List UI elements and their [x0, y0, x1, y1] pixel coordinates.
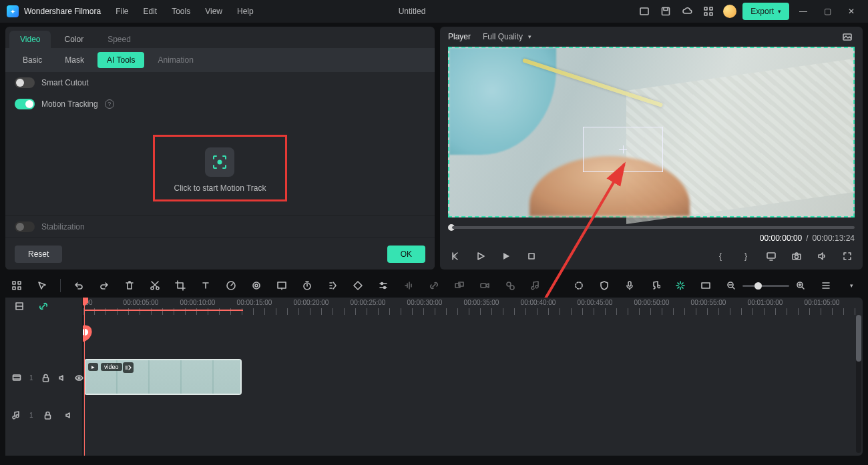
apps-icon[interactable] — [700, 3, 717, 20]
music-tool-icon[interactable] — [528, 278, 543, 293]
preview-viewport[interactable] — [448, 47, 855, 217]
save-icon[interactable] — [657, 3, 674, 20]
seek-bar[interactable] — [448, 221, 855, 234]
mute-icon[interactable] — [58, 370, 67, 385]
scroll-thumb[interactable] — [856, 315, 861, 362]
color-icon[interactable] — [249, 278, 264, 293]
lock-icon[interactable] — [41, 408, 55, 422]
timeline-ruler[interactable]: 00:0000:00:05:0000:00:10:0000:00:15:0000… — [83, 298, 863, 315]
reset-button[interactable]: Reset — [15, 246, 62, 263]
menu-file[interactable]: File — [116, 7, 128, 16]
stabilization-toggle[interactable] — [15, 221, 35, 232]
mute-icon[interactable] — [62, 408, 75, 422]
tab-mask[interactable]: Mask — [55, 52, 93, 68]
redo-icon[interactable] — [97, 278, 112, 293]
player-panel: Player Full Quality ▾ 00:00:00: — [440, 27, 863, 270]
smart-cutout-toggle[interactable] — [15, 77, 35, 88]
cut-icon[interactable] — [148, 278, 162, 293]
player-tab[interactable]: Player — [448, 32, 471, 41]
seek-track[interactable] — [452, 226, 855, 229]
motion-tracker-box[interactable] — [583, 127, 663, 172]
group-icon[interactable] — [452, 278, 467, 293]
link-icon[interactable] — [427, 278, 441, 293]
tab-color[interactable]: Color — [53, 31, 94, 48]
list-icon[interactable] — [819, 278, 833, 293]
tab-video[interactable]: Video — [9, 31, 51, 48]
layout-icon[interactable] — [636, 3, 653, 20]
play-button[interactable] — [473, 249, 488, 264]
svg-rect-4 — [704, 13, 707, 15]
adjust-icon[interactable] — [376, 278, 391, 293]
screen-icon[interactable] — [274, 278, 289, 293]
music-icon[interactable] — [648, 278, 662, 293]
snapshot-icon[interactable] — [840, 29, 855, 44]
svg-rect-29 — [481, 284, 486, 288]
video-track-header: 1 — [5, 359, 82, 396]
export-label: Export — [750, 7, 774, 16]
audio-tool-icon[interactable] — [401, 278, 416, 293]
maximize-button[interactable]: ▢ — [817, 3, 837, 20]
text-icon[interactable] — [198, 278, 213, 293]
lock-icon[interactable] — [41, 370, 50, 385]
render-icon[interactable] — [572, 278, 586, 293]
quality-dropdown[interactable]: Full Quality ▾ — [483, 32, 531, 41]
ruler-label: 00:00:30:00 — [407, 299, 443, 306]
record-icon[interactable] — [477, 278, 492, 293]
crop-icon[interactable] — [173, 278, 188, 293]
tab-ai-tools[interactable]: AI Tools — [97, 52, 144, 68]
tab-basic[interactable]: Basic — [13, 52, 51, 68]
mark-out-icon[interactable]: } — [738, 249, 753, 264]
ai-icon[interactable] — [673, 278, 688, 293]
undo-icon[interactable] — [71, 278, 86, 293]
export-button[interactable]: Export▾ — [742, 3, 789, 20]
tab-animation[interactable]: Animation — [148, 52, 202, 68]
info-icon[interactable]: ? — [105, 99, 114, 109]
close-button[interactable]: ✕ — [841, 3, 861, 20]
mark-in-icon[interactable]: { — [713, 249, 728, 264]
zoom-in-icon[interactable] — [793, 278, 808, 293]
prev-frame-button[interactable] — [448, 249, 463, 264]
menu-edit[interactable]: Edit — [144, 7, 158, 16]
stop-button[interactable] — [524, 249, 539, 264]
volume-icon[interactable] — [815, 249, 829, 264]
svg-rect-15 — [18, 282, 21, 284]
time-sep: / — [806, 234, 808, 243]
zoom-knob[interactable] — [754, 282, 762, 290]
ok-button[interactable]: OK — [387, 246, 425, 263]
delete-icon[interactable] — [122, 278, 137, 293]
select-tool-icon[interactable] — [9, 278, 24, 293]
playhead[interactable] — [84, 298, 85, 456]
speed-icon[interactable] — [224, 278, 238, 293]
minimize-button[interactable]: — — [793, 3, 813, 20]
zoom-slider[interactable] — [742, 285, 789, 287]
timeline-vscrollbar[interactable] — [856, 315, 861, 453]
timeline-collapse-icon[interactable] — [12, 299, 27, 314]
mic-icon[interactable] — [622, 278, 637, 293]
timer-icon[interactable] — [300, 278, 314, 293]
svg-point-13 — [795, 256, 799, 259]
tab-speed[interactable]: Speed — [97, 31, 142, 48]
timeline-link-icon[interactable] — [36, 299, 51, 314]
cursor-icon[interactable] — [35, 278, 49, 293]
keyframe-icon[interactable] — [351, 278, 365, 293]
camera-icon[interactable] — [789, 249, 804, 264]
play-forward-button[interactable] — [499, 249, 513, 264]
frame-icon[interactable] — [698, 278, 713, 293]
eye-icon[interactable] — [75, 370, 83, 385]
motion-tracking-toggle[interactable] — [15, 99, 35, 109]
clip-fx-icon[interactable] — [123, 362, 134, 373]
video-clip[interactable]: ▸ video — [84, 359, 242, 395]
marker-tool-icon[interactable] — [503, 278, 517, 293]
timeline-tracks[interactable]: 00:0000:00:05:0000:00:10:0000:00:15:0000… — [83, 298, 863, 456]
shield-icon[interactable] — [597, 278, 612, 293]
display-icon[interactable] — [764, 249, 779, 264]
start-motion-track-button[interactable] — [205, 147, 234, 177]
avatar[interactable] — [721, 3, 738, 20]
track-icon[interactable] — [325, 278, 340, 293]
zoom-out-icon[interactable] — [724, 278, 738, 293]
cloud-icon[interactable] — [678, 3, 696, 20]
chevron-down-icon[interactable]: ▾ — [844, 278, 859, 293]
ruler-label: 00:00:45:00 — [578, 299, 613, 306]
fullscreen-icon[interactable] — [840, 249, 855, 264]
svg-rect-28 — [459, 282, 463, 286]
